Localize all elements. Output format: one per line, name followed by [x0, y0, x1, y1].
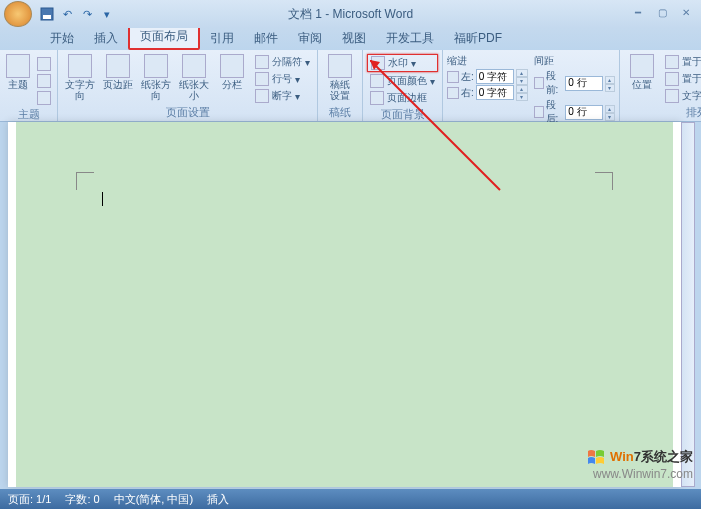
- quick-access-toolbar: ↶ ↷ ▾: [38, 5, 116, 23]
- tab-insert[interactable]: 插入: [84, 27, 128, 50]
- font-icon: [37, 74, 51, 88]
- vertical-scrollbar[interactable]: [681, 122, 695, 487]
- spinner[interactable]: ▴▾: [605, 76, 614, 91]
- page[interactable]: [16, 122, 673, 487]
- paper-icon: [328, 54, 352, 78]
- spinner[interactable]: ▴▾: [605, 105, 614, 120]
- minimize-button[interactable]: ━: [627, 4, 649, 20]
- text-direction-icon: [68, 54, 92, 78]
- indent-left-icon: [447, 71, 459, 83]
- space-before-icon: [534, 77, 544, 89]
- status-insert-mode[interactable]: 插入: [207, 492, 229, 507]
- margins-button[interactable]: 页边距: [100, 52, 136, 92]
- tab-view[interactable]: 视图: [332, 27, 376, 50]
- manuscript-button[interactable]: 稿纸 设置: [322, 52, 358, 103]
- title-bar: ↶ ↷ ▾ 文档 1 - Microsoft Word ━ ▢ ✕: [0, 0, 701, 28]
- close-button[interactable]: ✕: [675, 4, 697, 20]
- site-watermark: Win7系统之家 www.Winwin7.com: [586, 448, 693, 481]
- redo-icon[interactable]: ↷: [78, 5, 96, 23]
- group-paper: 稿纸 设置 稿纸: [318, 50, 363, 121]
- page-borders-button[interactable]: 页面边框: [367, 90, 438, 106]
- orientation-icon: [144, 54, 168, 78]
- position-button[interactable]: 位置: [624, 52, 660, 92]
- ribbon-tabs: 开始 插入 页面布局 引用 邮件 审阅 视图 开发工具 福昕PDF: [0, 28, 701, 50]
- hyphen-icon: [255, 89, 269, 103]
- columns-icon: [220, 54, 244, 78]
- space-before-input[interactable]: [565, 76, 603, 91]
- orientation-button[interactable]: 纸张方向: [138, 52, 174, 103]
- window-title: 文档 1 - Microsoft Word: [288, 6, 413, 23]
- indent-left-input[interactable]: [476, 69, 514, 84]
- spinner[interactable]: ▴▾: [516, 85, 528, 100]
- border-icon: [370, 91, 384, 105]
- tab-developer[interactable]: 开发工具: [376, 27, 444, 50]
- indent-right-input[interactable]: [476, 85, 514, 100]
- indent-header: 缩进: [447, 54, 528, 68]
- palette-icon: [37, 57, 51, 71]
- watermark-button[interactable]: 水印▾: [367, 54, 438, 72]
- group-label: 稿纸: [322, 104, 358, 121]
- wrap-icon: [665, 89, 679, 103]
- indent-right-icon: [447, 87, 459, 99]
- color-icon: [370, 74, 384, 88]
- group-label: 页面设置: [62, 104, 313, 121]
- group-page-setup: 文字方向 页边距 纸张方向 纸张大小 分栏 分隔符▾ 行号▾ 断字▾ 页面设置: [58, 50, 318, 121]
- app-window: ↶ ↷ ▾ 文档 1 - Microsoft Word ━ ▢ ✕ 开始 插入 …: [0, 0, 701, 509]
- status-language[interactable]: 中文(简体, 中国): [114, 492, 193, 507]
- size-button[interactable]: 纸张大小: [176, 52, 212, 103]
- theme-fonts-button[interactable]: [34, 73, 54, 89]
- status-bar: 页面: 1/1 字数: 0 中文(简体, 中国) 插入: [0, 489, 701, 509]
- front-icon: [665, 55, 679, 69]
- themes-button[interactable]: 主题: [4, 52, 32, 92]
- space-after-input[interactable]: [565, 105, 603, 120]
- breaks-button[interactable]: 分隔符▾: [252, 54, 313, 70]
- spacing-header: 间距: [534, 54, 615, 68]
- columns-button[interactable]: 分栏: [214, 52, 250, 92]
- margin-corner-icon: [595, 172, 613, 190]
- theme-effects-button[interactable]: [34, 90, 54, 106]
- space-after-icon: [534, 106, 544, 118]
- text-direction-button[interactable]: 文字方向: [62, 52, 98, 103]
- send-back-button[interactable]: 置于底层: [662, 71, 701, 87]
- window-controls: ━ ▢ ✕: [627, 4, 697, 20]
- group-arrange: 位置 置于顶层 置于底层 文字环绕 对齐 组合 旋转 排列: [620, 50, 701, 121]
- office-button[interactable]: [4, 1, 32, 27]
- undo-icon[interactable]: ↶: [58, 5, 76, 23]
- hyphenation-button[interactable]: 断字▾: [252, 88, 313, 104]
- page-color-button[interactable]: 页面颜色▾: [367, 73, 438, 89]
- position-icon: [630, 54, 654, 78]
- back-icon: [665, 72, 679, 86]
- tab-review[interactable]: 审阅: [288, 27, 332, 50]
- tab-mailings[interactable]: 邮件: [244, 27, 288, 50]
- linenum-icon: [255, 72, 269, 86]
- bring-front-button[interactable]: 置于顶层: [662, 54, 701, 70]
- group-themes: 主题 主题: [0, 50, 58, 121]
- windows-logo-icon: [586, 449, 606, 467]
- document-area[interactable]: [8, 122, 681, 487]
- break-icon: [255, 55, 269, 69]
- group-page-background: 水印▾ 页面颜色▾ 页面边框 页面背景: [363, 50, 443, 121]
- group-paragraph: 缩进 左:▴▾ 右:▴▾ 间距 段前:▴▾ 段后:▴▾ 段落: [443, 50, 620, 121]
- qat-more-icon[interactable]: ▾: [98, 5, 116, 23]
- effects-icon: [37, 91, 51, 105]
- margins-icon: [106, 54, 130, 78]
- status-words[interactable]: 字数: 0: [65, 492, 99, 507]
- tab-foxit-pdf[interactable]: 福昕PDF: [444, 27, 512, 50]
- group-label: 页面背景: [367, 106, 438, 123]
- status-page[interactable]: 页面: 1/1: [8, 492, 51, 507]
- tab-home[interactable]: 开始: [40, 27, 84, 50]
- spinner[interactable]: ▴▾: [516, 69, 528, 84]
- margin-corner-icon: [76, 172, 94, 190]
- tab-references[interactable]: 引用: [200, 27, 244, 50]
- maximize-button[interactable]: ▢: [651, 4, 673, 20]
- text-wrap-button[interactable]: 文字环绕: [662, 88, 701, 104]
- ribbon: 主题 主题 文字方向 页边距 纸张方向 纸张大小 分栏 分隔符▾ 行号▾: [0, 50, 701, 122]
- line-numbers-button[interactable]: 行号▾: [252, 71, 313, 87]
- watermark-icon: [371, 56, 385, 70]
- group-label: 排列: [624, 104, 701, 121]
- group-label: 主题: [4, 106, 53, 123]
- themes-icon: [6, 54, 30, 78]
- theme-colors-button[interactable]: [34, 56, 54, 72]
- size-icon: [182, 54, 206, 78]
- save-icon[interactable]: [38, 5, 56, 23]
